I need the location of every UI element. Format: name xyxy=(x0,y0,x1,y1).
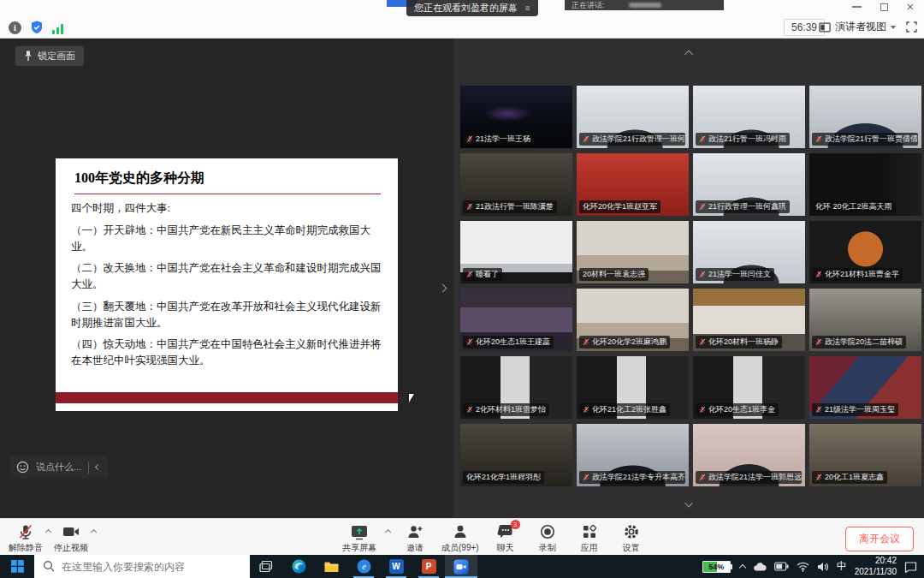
video-tile[interactable]: 2化环材料1班雷梦怡 xyxy=(460,356,572,419)
invite-icon xyxy=(406,523,424,540)
taskbar-edge[interactable] xyxy=(282,555,315,578)
participant-name-label: 化环20材料一班杨静 xyxy=(696,336,782,349)
video-tile[interactable]: 政法学院21行政管理一班何乐 xyxy=(577,86,689,148)
share-options-caret[interactable] xyxy=(385,529,391,535)
camera-icon xyxy=(62,523,80,540)
video-tile[interactable]: 化环20化学1班赵亚军 xyxy=(577,153,689,216)
chevron-down-icon xyxy=(891,26,896,29)
video-tile[interactable]: 化环21化工2班张胜鑫 xyxy=(577,356,689,419)
video-tile[interactable]: 21法学一班王杨 xyxy=(460,86,572,148)
settings-button[interactable]: 设置 xyxy=(614,521,649,556)
taskbar-meeting-app[interactable] xyxy=(445,555,477,578)
mic-muted-icon xyxy=(583,406,589,414)
desktop-screen: i × 56:39 演讲者视图 您正在观看刘盈君的屏幕 ≡ xyxy=(0,0,924,578)
video-tile[interactable]: 政法学院21行管一班贾倩倩 xyxy=(809,86,921,148)
lock-view-button[interactable]: 锁定画面 xyxy=(15,46,84,66)
stop-video-button[interactable]: 停止视频 xyxy=(52,521,90,556)
video-tile[interactable]: 睡着了 xyxy=(460,221,572,283)
participant-name: 政法学院21法学专升本高齐鑫 xyxy=(592,472,685,483)
video-options-caret[interactable] xyxy=(91,529,97,535)
taskbar-search[interactable] xyxy=(34,555,250,578)
share-screen-button[interactable]: 共享屏幕 xyxy=(341,521,378,556)
ime-indicator[interactable]: 中 xyxy=(837,559,847,574)
hidden-icons-chevron[interactable] xyxy=(738,564,745,571)
window-maximize-button[interactable] xyxy=(880,3,888,11)
network-signal-icon[interactable] xyxy=(52,23,63,34)
window-minimize-button[interactable] xyxy=(852,6,862,8)
invite-button[interactable]: 邀请 xyxy=(398,521,432,556)
window-close-button[interactable]: × xyxy=(907,3,914,11)
quick-chat-bar[interactable]: 说点什么... xyxy=(10,456,108,479)
scroll-down-button[interactable] xyxy=(686,494,692,509)
taskbar-clock[interactable]: 20:42 2021/11/30 xyxy=(855,556,897,577)
video-tile[interactable]: 化环21材料1班曹金平 xyxy=(809,221,921,283)
divider xyxy=(88,462,89,474)
view-mode-button[interactable]: 演讲者视图 xyxy=(819,20,896,34)
taskbar-browser[interactable]: e xyxy=(347,555,380,578)
video-tile[interactable]: 21法学一班闫佳文 xyxy=(693,221,805,283)
participant-name-label: 21法学一班王杨 xyxy=(463,133,534,146)
video-tile[interactable]: 21行政管理一班何鑫琪 xyxy=(693,153,805,216)
chat-button[interactable]: 3 聊天 xyxy=(489,521,523,556)
participant-name-label: 21级法学一班周玉玺 xyxy=(812,403,898,416)
participant-name-label: 政法21行管一班冯时雨 xyxy=(696,133,790,146)
onedrive-cloud-icon[interactable] xyxy=(753,562,767,572)
task-view-button[interactable] xyxy=(250,555,282,578)
participant-name-label: 20化工1班夏志鑫 xyxy=(812,471,887,484)
start-button[interactable] xyxy=(0,555,34,578)
video-tile[interactable]: 20材料一班袁志强 xyxy=(577,221,689,283)
participant-name: 政法21行管一班冯时雨 xyxy=(708,134,786,145)
battery-percentage-widget[interactable]: 54% xyxy=(702,561,732,573)
participant-name: 21法学一班王杨 xyxy=(476,134,530,145)
video-tile[interactable]: 化环20化学2班麻鸿鹏 xyxy=(577,289,689,351)
leave-meeting-button[interactable]: 离开会议 xyxy=(845,527,914,551)
security-shield-icon[interactable] xyxy=(31,21,43,34)
mic-muted-icon xyxy=(466,338,473,346)
mic-muted-icon xyxy=(815,338,822,346)
meeting-info-icon[interactable]: i xyxy=(9,21,21,34)
video-tile[interactable]: 政法21行管一班冯时雨 xyxy=(693,86,805,148)
apps-button[interactable]: 应用 xyxy=(572,521,607,556)
members-button[interactable]: 成员(99+) xyxy=(440,521,481,556)
video-tile[interactable]: 化环21化学1班程羽彤 xyxy=(460,424,572,486)
video-tile[interactable]: 政法学院21法学专升本高齐鑫 xyxy=(577,424,689,486)
mic-muted-icon xyxy=(699,271,706,278)
participant-name: 化环 20化工2班高天雨 xyxy=(815,201,892,212)
participant-name: 21政法行管一班陈潇楚 xyxy=(476,201,554,212)
mic-options-caret[interactable] xyxy=(45,529,51,535)
video-tile[interactable]: 政法学院20法二苗梓硕 xyxy=(809,289,921,351)
speaker-icon[interactable] xyxy=(817,562,829,572)
video-tile[interactable]: 化环20生态1班王建蕊 xyxy=(460,289,572,351)
taskbar-powerpoint[interactable]: P xyxy=(412,555,445,578)
video-tile[interactable]: 化环20生态1班李金 xyxy=(693,356,805,419)
wifi-icon[interactable] xyxy=(797,562,809,572)
scroll-up-button[interactable] xyxy=(686,45,692,61)
fullscreen-button[interactable] xyxy=(906,21,917,36)
record-button[interactable]: 录制 xyxy=(530,521,565,556)
video-tile[interactable]: 政法学院21法学一班郭思远 xyxy=(693,424,805,486)
unmute-button[interactable]: 解除静音 xyxy=(7,521,44,556)
panel-expand-button[interactable] xyxy=(440,279,446,295)
video-tile[interactable]: 20化工1班夏志鑫 xyxy=(809,424,921,486)
menu-icon[interactable]: ≡ xyxy=(525,3,530,13)
battery-icon[interactable] xyxy=(774,562,789,571)
meeting-toolbar: 解除静音 停止视频 共享屏幕 xyxy=(0,518,924,555)
video-tile[interactable]: 化环20材料一班杨静 xyxy=(693,289,805,351)
emoji-icon[interactable] xyxy=(16,461,29,474)
taskbar-file-explorer[interactable] xyxy=(315,555,347,578)
participant-name-label: 化环20生态1班王建蕊 xyxy=(463,336,554,349)
participant-name-label: 20材料一班袁志强 xyxy=(579,268,649,281)
collapse-chat-icon[interactable] xyxy=(95,464,101,470)
search-icon xyxy=(43,560,55,572)
video-tile[interactable]: 化环 20化工2班高天雨 xyxy=(809,153,921,216)
participant-name-label: 政法学院21行管一班贾倩倩 xyxy=(812,133,918,146)
action-center-icon[interactable] xyxy=(904,561,917,573)
quick-chat-placeholder[interactable]: 说点什么... xyxy=(36,461,81,474)
watching-banner[interactable]: 您正在观看刘盈君的屏幕 ≡ xyxy=(406,0,538,16)
taskbar-word[interactable]: W xyxy=(380,555,412,578)
mic-muted-icon xyxy=(699,203,706,211)
search-input[interactable] xyxy=(34,555,250,578)
video-tile[interactable]: 21级法学一班周玉玺 xyxy=(809,356,921,419)
video-tile[interactable]: 21政法行管一班陈潇楚 xyxy=(460,153,572,216)
mic-muted-icon xyxy=(583,474,589,481)
